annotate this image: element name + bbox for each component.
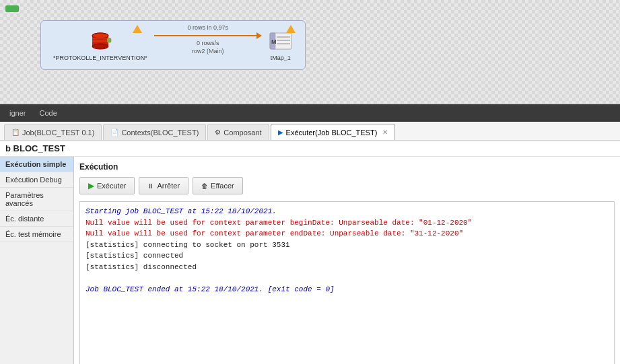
connector-row-label: row2 (Main) — [192, 47, 224, 56]
designer-btn[interactable]: igner — [4, 108, 31, 118]
tab-contexts-label: Contexts(BLOC_TEST) — [121, 129, 199, 137]
console-line-2: Null value will be used for context para… — [85, 228, 609, 240]
target-warning-icon — [286, 25, 296, 33]
svg-text:M: M — [271, 38, 277, 45]
tab-contexts-icon: 📄 — [110, 129, 118, 136]
run-icon: ▶ — [88, 181, 94, 190]
page-title-text: b BLOC_TEST — [5, 143, 65, 153]
main-content: Exécution simple Exécution Debug Paramèt… — [0, 157, 620, 364]
console-line-4: [statistics] connected — [85, 250, 609, 262]
right-panel: Exécution ▶ Exécuter ⏸ Arrêter 🗑 Effacer… — [74, 157, 620, 364]
stop-label: Arrêter — [157, 182, 180, 190]
tab-executer-close[interactable]: ✕ — [382, 129, 388, 136]
code-btn[interactable]: Code — [34, 108, 62, 118]
clear-button[interactable]: 🗑 Effacer — [193, 177, 243, 194]
toolbar-row: igner Code — [0, 104, 620, 122]
clear-label: Effacer — [211, 182, 234, 190]
sidebar-item-exec-distante[interactable]: Éc. distante — [0, 211, 73, 227]
sidebar-item-exec-simple[interactable]: Exécution simple — [0, 157, 73, 172]
tab-executer[interactable]: ▶ Exécuter(Job BLOC_TEST) ✕ — [271, 124, 396, 140]
target-node-label: tMap_1 — [271, 54, 291, 61]
console-line-blank — [85, 272, 609, 284]
flow-connector: 0 rows in 0,97s 0 rows/s row2 (Main) — [154, 24, 262, 56]
db-icon — [88, 29, 112, 53]
sidebar-item-exec-mem[interactable]: Éc. test mémoire — [0, 227, 73, 242]
source-node[interactable]: *PROTOKOLLE_INTERVENTION* — [53, 29, 147, 61]
tab-executer-icon: ▶ — [278, 129, 283, 136]
sidebar-item-exec-debug[interactable]: Exécution Debug — [0, 172, 73, 188]
tab-job[interactable]: 📋 Job(BLOC_TEST 0.1) — [4, 124, 102, 140]
console-line-0: Starting job BLOC_TEST at 15:22 18/10/20… — [85, 206, 609, 217]
run-button[interactable]: ▶ Exécuter — [79, 177, 135, 194]
tab-contexts[interactable]: 📄 Contexts(BLOC_TEST) — [103, 124, 206, 140]
page-title: b BLOC_TEST — [0, 141, 620, 157]
console-line-7: Job BLOC_TEST ended at 15:22 18/10/2021.… — [85, 284, 609, 295]
sidebar-item-params[interactable]: Paramètres avancés — [0, 188, 73, 211]
tab-composant-label: Composant — [223, 129, 261, 137]
exec-buttons: ▶ Exécuter ⏸ Arrêter 🗑 Effacer — [79, 177, 615, 194]
canvas-area: *PROTOKOLLE_INTERVENTION* 0 rows in 0,97… — [0, 0, 620, 104]
console-line-5: [statistics] disconnected — [85, 262, 609, 273]
clear-icon: 🗑 — [201, 182, 208, 190]
svg-rect-6 — [107, 38, 111, 42]
stop-icon: ⏸ — [147, 182, 154, 190]
console-line-1: Null value will be used for context para… — [85, 217, 609, 229]
tab-composant-icon: ⚙ — [215, 129, 221, 136]
stop-button[interactable]: ⏸ Arrêter — [139, 177, 188, 194]
svg-point-3 — [92, 33, 108, 38]
tab-composant[interactable]: ⚙ Composant — [207, 124, 269, 140]
tabs-row: 📋 Job(BLOC_TEST 0.1) 📄 Contexts(BLOC_TES… — [0, 122, 620, 141]
svg-point-2 — [92, 44, 108, 49]
connector-top-label: 0 rows in 0,97s — [187, 24, 228, 32]
tab-job-icon: 📋 — [11, 129, 20, 136]
tab-executer-label: Exécuter(Job BLOC_TEST) — [286, 129, 378, 137]
source-warning-icon — [133, 25, 142, 33]
source-node-label: *PROTOKOLLE_INTERVENTION* — [53, 54, 147, 61]
connector-mid-label: 0 rows/s — [197, 39, 219, 48]
canvas-mini-control[interactable] — [5, 5, 19, 12]
job-flow: *PROTOKOLLE_INTERVENTION* 0 rows in 0,97… — [40, 20, 306, 70]
sidebar: Exécution simple Exécution Debug Paramèt… — [0, 157, 74, 364]
console-output: Starting job BLOC_TEST at 15:22 18/10/20… — [79, 201, 615, 364]
tab-job-label: Job(BLOC_TEST 0.1) — [22, 129, 94, 137]
target-node[interactable]: M tMap_1 — [269, 29, 293, 61]
execution-title: Exécution — [79, 162, 615, 172]
console-line-3: [statistics] connecting to socket on por… — [85, 240, 609, 251]
run-label: Exécuter — [97, 182, 126, 190]
